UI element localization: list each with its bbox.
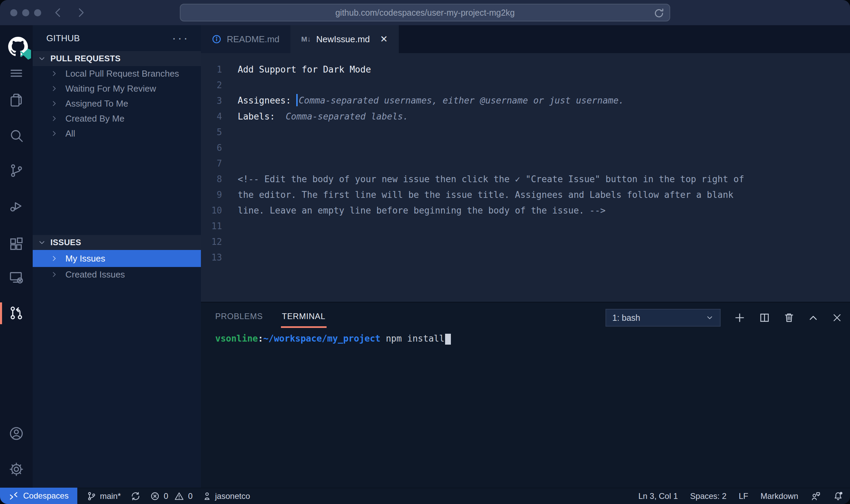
kill-terminal-icon[interactable] [783, 312, 795, 324]
problems-indicator[interactable]: 0 0 [150, 491, 193, 501]
panel-tab-terminal[interactable]: TERMINAL [282, 312, 326, 328]
line-number: 7 [201, 158, 222, 169]
tree-item-created-by-me[interactable]: Created By Me [33, 111, 201, 126]
section-issues[interactable]: ISSUES [33, 235, 201, 250]
code-text: Labels: [238, 111, 286, 122]
editor-line[interactable]: 11 [201, 218, 850, 234]
settings-gear-icon[interactable] [0, 456, 33, 483]
active-view-indicator [0, 302, 2, 324]
terminal[interactable]: vsonline:~/workspace/my_project npm inst… [201, 328, 850, 345]
editor-line[interactable]: 1 Add Support for Dark Mode [201, 62, 850, 77]
tree-item-local-pull-request-branches[interactable]: Local Pull Request Branches [33, 66, 201, 81]
sidebar-spacer [33, 141, 201, 235]
collapse-panel-icon[interactable] [808, 312, 819, 323]
editor-line[interactable]: 4 Labels: Comma-separated labels. [201, 109, 850, 124]
status-bar-right: Ln 3, Col 1 Spaces: 2 LF Markdown [638, 491, 850, 501]
language-mode[interactable]: Markdown [760, 491, 798, 501]
sync-button[interactable] [130, 491, 141, 501]
browser-window: github.com/codespaces/user-my-project-mg… [0, 0, 850, 504]
tree-item-all[interactable]: All [33, 126, 201, 141]
new-terminal-icon[interactable] [734, 312, 746, 324]
tree-item-label: Created Issues [65, 269, 125, 280]
user-indicator[interactable]: jasonetco [202, 491, 250, 501]
status-bar: Codespaces main* 0 0 jasonetco Ln 3, Col… [0, 488, 850, 504]
editor-line[interactable]: 2 [201, 77, 850, 93]
notifications-bell-icon[interactable] [833, 491, 843, 501]
editor[interactable]: 1 Add Support for Dark Mode 2 3 Assignee… [201, 53, 850, 302]
terminal-command: npm install [380, 333, 444, 344]
indentation[interactable]: Spaces: 2 [690, 491, 727, 501]
tree-item-created-issues[interactable]: Created Issues [33, 267, 201, 282]
code-text: Add Support for Dark Mode [238, 64, 371, 75]
more-actions-icon[interactable]: ··· [172, 35, 189, 42]
editor-line[interactable]: 9 the editor. The first line will be the… [201, 187, 850, 203]
feedback-icon[interactable] [810, 491, 821, 501]
error-icon [150, 491, 160, 501]
section-pull-requests[interactable]: PULL REQUESTS [33, 51, 201, 66]
editor-group: README.md M↓ NewIssue.md ✕ 1 Add Support… [201, 25, 850, 488]
tree-item-label: Created By Me [65, 113, 124, 124]
github-pull-requests-icon[interactable] [0, 300, 33, 327]
line-number: 6 [201, 143, 222, 153]
section-label: PULL REQUESTS [50, 54, 121, 63]
branch-indicator[interactable]: main* [87, 491, 121, 501]
chevron-down-icon [706, 314, 714, 322]
git-branch-icon [87, 491, 96, 501]
window-dot[interactable] [34, 9, 41, 16]
editor-line[interactable]: 5 [201, 124, 850, 140]
split-terminal-icon[interactable] [759, 312, 770, 324]
warning-count: 0 [188, 491, 192, 501]
close-tab-icon[interactable]: ✕ [380, 34, 388, 45]
comment-text: line. Leave an empty line before beginni… [238, 205, 605, 216]
terminal-shell-select[interactable]: 1: bash [605, 309, 721, 327]
editor-line[interactable]: 12 [201, 234, 850, 250]
editor-line[interactable]: 13 [201, 250, 850, 265]
sidebar-title: GITHUB [46, 33, 80, 44]
eol-sequence[interactable]: LF [739, 491, 748, 501]
editor-line[interactable]: 3 Assignees: Comma-separated usernames, … [201, 93, 850, 109]
editor-line[interactable]: 8 <!-- Edit the body of your new issue t… [201, 171, 850, 187]
branch-label: main* [100, 491, 121, 501]
window-dot[interactable] [22, 9, 29, 16]
line-number: 9 [201, 190, 222, 200]
editor-line[interactable]: 6 [201, 140, 850, 156]
account-icon[interactable] [0, 420, 33, 447]
search-icon[interactable] [0, 122, 33, 149]
tree-item-label: Local Pull Request Branches [65, 68, 179, 79]
tree-item-waiting-for-my-review[interactable]: Waiting For My Review [33, 81, 201, 96]
section-label: ISSUES [50, 238, 81, 247]
address-url: github.com/codespaces/user-my-project-mg… [335, 8, 515, 18]
editor-line[interactable]: 7 [201, 156, 850, 171]
explorer-icon[interactable] [0, 86, 33, 114]
placeholder-text: Comma-separated usernames, either @usern… [299, 95, 624, 106]
line-number: 12 [201, 237, 222, 247]
chevron-down-icon [38, 55, 46, 62]
back-icon[interactable] [52, 6, 65, 19]
window-controls[interactable] [10, 9, 41, 16]
chevron-right-icon [50, 130, 58, 137]
cursor-position[interactable]: Ln 3, Col 1 [638, 491, 678, 501]
panel-controls: 1: bash [605, 309, 843, 327]
run-and-debug-icon[interactable] [0, 192, 33, 220]
address-bar[interactable]: github.com/codespaces/user-my-project-mg… [180, 4, 670, 21]
tree-item-my-issues[interactable]: My Issues [33, 250, 201, 267]
reload-icon[interactable] [653, 7, 665, 19]
window-dot[interactable] [10, 9, 17, 16]
close-panel-icon[interactable] [832, 312, 843, 323]
line-number: 4 [201, 111, 222, 122]
source-control-icon[interactable] [0, 157, 33, 184]
editor-line[interactable]: 10 line. Leave an empty line before begi… [201, 203, 850, 218]
menu-icon[interactable] [0, 60, 33, 87]
tab-bar: README.md M↓ NewIssue.md ✕ [201, 25, 850, 53]
panel-tab-problems[interactable]: PROBLEMS [215, 312, 263, 328]
tab-newissue[interactable]: M↓ NewIssue.md ✕ [290, 25, 399, 53]
extensions-icon[interactable] [0, 230, 33, 257]
tree-item-assigned-to-me[interactable]: Assigned To Me [33, 96, 201, 111]
chevron-right-icon [50, 271, 58, 278]
remote-indicator[interactable]: Codespaces [0, 488, 77, 504]
tab-readme[interactable]: README.md [201, 25, 290, 53]
forward-icon[interactable] [74, 6, 87, 19]
terminal-prompt-user: vsonline [215, 333, 258, 344]
sync-icon [130, 491, 141, 501]
remote-explorer-icon[interactable] [0, 264, 33, 291]
